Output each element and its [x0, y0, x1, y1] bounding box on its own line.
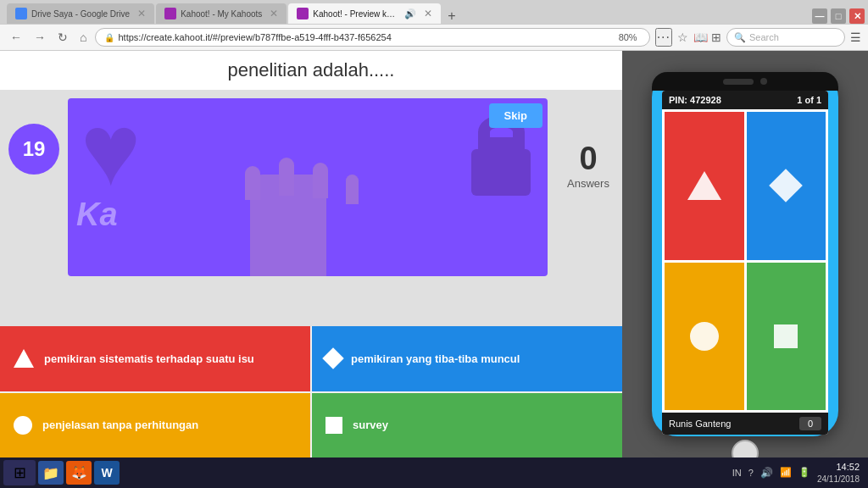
answer-options: pemikiran sistematis terhadap suatu isu …: [0, 326, 622, 458]
answer-option-d[interactable]: survey: [312, 393, 622, 458]
question-body: 19 ♥: [0, 90, 622, 326]
folder-icon: 📁: [42, 465, 59, 481]
tab-drive-close[interactable]: ✕: [137, 8, 146, 19]
tab-kahoot-my-label: Kahoot! - My Kahoots: [181, 9, 262, 19]
finger2: [279, 158, 294, 196]
square-shape-d: [326, 417, 342, 434]
tab-drive-icon: [15, 8, 27, 19]
heart-icon: ♥: [81, 98, 191, 200]
phone-counter: 1 of 1: [797, 95, 821, 105]
taskbar-icon-word[interactable]: W: [94, 461, 120, 485]
question-title: penelitian adalah.....: [0, 51, 622, 90]
minimize-button[interactable]: —: [812, 8, 827, 24]
close-button[interactable]: ✕: [849, 8, 865, 24]
windows-logo-icon: ⊞: [14, 463, 26, 482]
finger1: [245, 166, 260, 200]
network-icon: 📶: [780, 467, 792, 478]
phone-triangle: [687, 171, 721, 200]
answer-text-a: pemikiran sistematis terhadap suatu isu: [44, 352, 254, 365]
phone-cell-blue: [747, 112, 826, 260]
kahoot-area: penelitian adalah..... 19 ♥: [0, 51, 622, 458]
phone-mockup: PIN: 472928 1 of 1: [652, 72, 838, 436]
sound-taskbar-icon[interactable]: 🔊: [760, 467, 773, 479]
tab-kahoot-preview[interactable]: Kahoot! - Preview kahoot! 🔊 ✕: [288, 3, 441, 24]
lock-body: [471, 149, 531, 196]
bookmark-icon[interactable]: ☆: [677, 30, 688, 44]
phone-speaker: [723, 79, 754, 85]
system-clock: 14:52 24/11/2018: [817, 461, 860, 484]
phone-diamond: [769, 169, 803, 202]
taskbar-icon-firefox[interactable]: 🦊: [66, 461, 92, 485]
phone-pin-text: PIN: 472928: [669, 95, 721, 105]
skip-button[interactable]: Skip: [489, 103, 542, 128]
refresh-button[interactable]: ↻: [54, 29, 71, 46]
phone-notch: [652, 72, 838, 91]
url-input[interactable]: 🔒 https://create.kahoot.it/#/preview/b78…: [95, 28, 649, 47]
phone-cell-green: [747, 263, 826, 411]
answers-number: 0: [579, 141, 597, 177]
title-bar: Drive Saya - Google Drive ✕ Kahoot! - My…: [0, 0, 868, 24]
tab-kahoot-preview-close[interactable]: ✕: [424, 8, 432, 19]
home-button[interactable]: ⌂: [76, 29, 90, 46]
phone-square: [774, 324, 798, 348]
start-button[interactable]: ⊞: [3, 460, 36, 485]
taskbar-icon-explorer[interactable]: 📁: [38, 461, 64, 485]
answer-text-c: penjelasan tanpa perhitungan: [42, 419, 198, 431]
answer-option-b[interactable]: pemikiran yang tiba-tiba muncul: [312, 326, 622, 391]
browser-window: Drive Saya - Google Drive ✕ Kahoot! - My…: [0, 0, 868, 488]
main-content: penelitian adalah..... 19 ♥: [0, 51, 868, 458]
reader-icon[interactable]: 📖: [693, 30, 708, 44]
address-bar: ← → ↻ ⌂ 🔒 https://create.kahoot.it/#/pre…: [0, 24, 868, 51]
phone-circle: [690, 322, 719, 351]
answer-option-a[interactable]: pemikiran sistematis terhadap suatu isu: [0, 326, 310, 391]
battery-icon: 🔋: [798, 467, 810, 478]
phone-pin-bar: PIN: 472928 1 of 1: [662, 91, 828, 109]
window-controls: — □ ✕: [812, 8, 865, 24]
taskbar-right: IN ? 🔊 📶 🔋 14:52 24/11/2018: [732, 461, 865, 484]
more-options-button[interactable]: ···: [655, 28, 672, 47]
diamond-shape-b: [322, 348, 343, 369]
maximize-button[interactable]: □: [831, 8, 846, 24]
tab-bar: Drive Saya - Google Drive ✕ Kahoot! - My…: [3, 0, 465, 24]
phone-player-bar: Runis Ganteng 0: [662, 413, 828, 435]
question-title-text: penelitian adalah.....: [228, 59, 395, 80]
zoom-level: 80%: [619, 32, 637, 42]
question-number-circle: 19: [8, 124, 59, 175]
lang-indicator: IN: [732, 468, 742, 478]
question-number-text: 19: [23, 137, 46, 161]
taskbar: ⊞ 📁 🦊 W IN ? 🔊 📶 🔋 14:52 24/11/2018: [0, 458, 868, 488]
new-tab-button[interactable]: +: [442, 8, 460, 24]
phone-score-text: 0: [808, 419, 813, 429]
phone-answer-grid: [662, 109, 828, 413]
toolbar-icons: 📖 ⊞: [693, 30, 721, 44]
answer-option-c[interactable]: penjelasan tanpa perhitungan: [0, 393, 310, 458]
tab-kahoot-preview-label: Kahoot! - Preview kahoot!: [313, 9, 398, 19]
phone-cell-red: [665, 112, 744, 260]
kahoot-overlay-text: Ka: [76, 197, 118, 233]
search-placeholder: Search: [749, 32, 779, 42]
forward-button[interactable]: →: [31, 29, 49, 46]
circle-shape-c: [14, 416, 32, 435]
tab-drive[interactable]: Drive Saya - Google Drive ✕: [7, 3, 154, 24]
tab-kahoot-my[interactable]: Kahoot! - My Kahoots ✕: [156, 3, 287, 24]
finger3: [313, 163, 328, 198]
tab-kahoot-my-close[interactable]: ✕: [270, 8, 278, 19]
skip-label: Skip: [504, 109, 527, 122]
triangle-shape-a: [14, 349, 34, 368]
back-button[interactable]: ←: [7, 29, 25, 46]
help-icon: ?: [748, 468, 754, 478]
search-icon: 🔍: [734, 32, 746, 43]
phone-screen: PIN: 472928 1 of 1: [662, 91, 828, 435]
search-box[interactable]: 🔍 Search: [726, 28, 845, 47]
answers-label: Answers: [567, 177, 609, 190]
sound-icon[interactable]: 🔊: [404, 8, 416, 19]
finger4: [346, 175, 359, 204]
menu-icon[interactable]: ☰: [850, 30, 861, 44]
firefox-icon: 🦊: [71, 465, 87, 480]
answers-count-panel: 0 Answers: [563, 141, 614, 190]
collections-icon[interactable]: ⊞: [711, 30, 721, 44]
tab-drive-label: Drive Saya - Google Drive: [31, 9, 130, 19]
phone-score-badge: 0: [799, 417, 821, 430]
tab-kahoot-preview-icon: [297, 8, 309, 19]
answer-text-d: survey: [353, 419, 388, 431]
